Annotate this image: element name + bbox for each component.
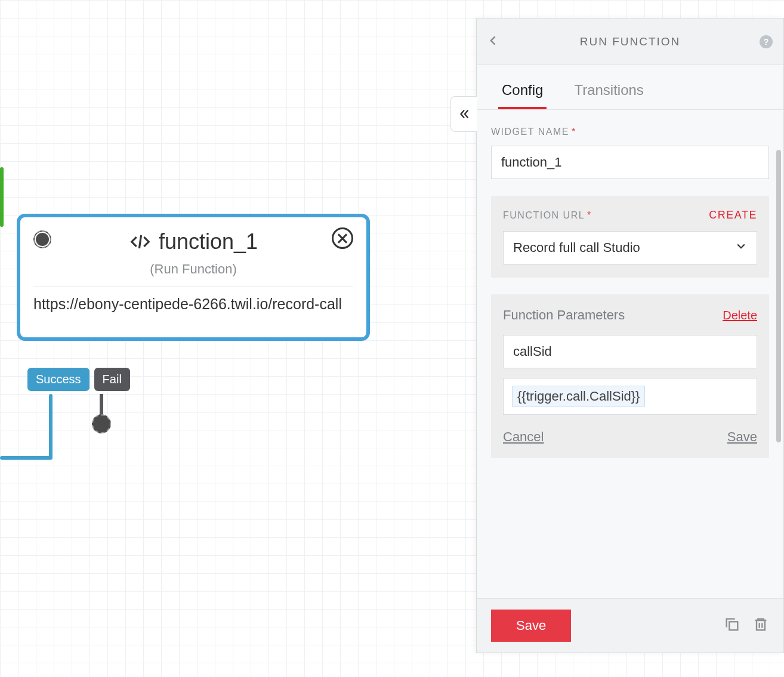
function-url-label: FUNCTION URL*: [503, 210, 592, 221]
chevron-down-icon: [735, 240, 747, 256]
function-parameters-title: Function Parameters: [503, 307, 625, 323]
connector-green: [0, 167, 4, 227]
function-parameters-section: Function Parameters Delete {{trigger.cal…: [491, 294, 769, 458]
function-url-section: FUNCTION URL* CREATE Record full call St…: [491, 196, 769, 278]
connector-success-h: [0, 456, 51, 460]
connector-success: [49, 394, 53, 460]
svg-line-0: [139, 235, 141, 248]
function-url-select[interactable]: Record full call Studio: [503, 231, 757, 264]
back-icon[interactable]: [487, 35, 499, 49]
param-key-input[interactable]: [503, 335, 757, 368]
delete-link[interactable]: Delete: [723, 309, 757, 322]
create-link[interactable]: CREATE: [709, 209, 757, 221]
widget-name-label: WIDGET NAME*: [491, 127, 769, 137]
outcome-success[interactable]: Success: [27, 368, 89, 391]
scrollbar[interactable]: [776, 150, 781, 442]
tab-transitions[interactable]: Transitions: [570, 72, 647, 109]
panel-footer: Save: [477, 598, 783, 653]
outcome-fail[interactable]: Fail: [94, 368, 130, 391]
param-value-token: {{trigger.call.CallSid}}: [512, 386, 645, 407]
widget-title: function_1: [159, 229, 258, 254]
widget-name-input[interactable]: [491, 146, 769, 179]
collapse-panel-button[interactable]: [450, 96, 477, 132]
panel-body: WIDGET NAME* FUNCTION URL* CREATE Record…: [477, 110, 783, 653]
function-url-value: Record full call Studio: [513, 240, 640, 256]
duplicate-icon[interactable]: [724, 616, 740, 635]
widget-name-label-text: WIDGET NAME: [491, 127, 569, 137]
fail-endpoint-node[interactable]: [92, 414, 111, 433]
widget-card[interactable]: function_1 (Run Function) https://ebony-…: [17, 214, 370, 341]
param-cancel-link[interactable]: Cancel: [503, 429, 544, 445]
svg-rect-2: [757, 620, 765, 630]
panel-title: RUN FUNCTION: [580, 35, 681, 48]
widget-subtitle: (Run Function): [33, 261, 353, 277]
widget-url: https://ebony-centipede-6266.twil.io/rec…: [33, 294, 353, 331]
config-panel: RUN FUNCTION ? Config Transitions WIDGET…: [476, 18, 784, 653]
tab-config[interactable]: Config: [498, 72, 547, 109]
code-icon: [129, 230, 152, 253]
divider: [33, 287, 353, 287]
close-icon[interactable]: [332, 227, 353, 249]
panel-header: RUN FUNCTION ?: [477, 19, 783, 65]
save-button[interactable]: Save: [491, 610, 571, 642]
drag-handle[interactable]: [33, 230, 51, 248]
help-icon[interactable]: ?: [760, 35, 773, 48]
trash-icon[interactable]: [752, 616, 769, 635]
function-url-label-text: FUNCTION URL: [503, 210, 585, 220]
panel-tabs: Config Transitions: [477, 72, 783, 110]
param-value-input[interactable]: {{trigger.call.CallSid}}: [503, 378, 757, 415]
svg-rect-1: [729, 621, 737, 630]
param-save-link[interactable]: Save: [727, 429, 757, 445]
